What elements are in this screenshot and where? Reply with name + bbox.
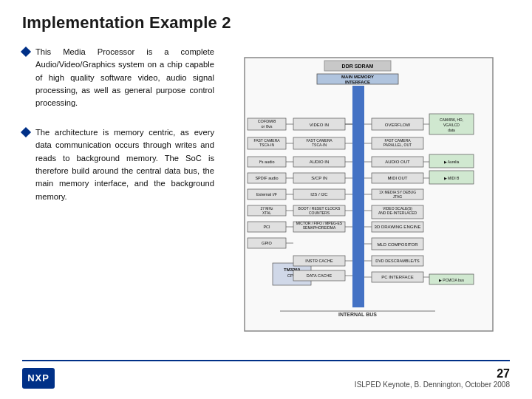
- svg-text:MAIN MEMORY: MAIN MEMORY: [341, 75, 374, 79]
- svg-text:DDR SDRAM: DDR SDRAM: [342, 64, 374, 69]
- bullet-diamond-1: [21, 47, 31, 57]
- svg-text:AUDIO OUT: AUDIO OUT: [385, 160, 410, 164]
- svg-text:TSCA-IN: TSCA-IN: [312, 143, 327, 147]
- svg-text:AUDIO IN: AUDIO IN: [310, 160, 330, 164]
- svg-text:External I/F: External I/F: [256, 192, 278, 197]
- svg-text:or 8vs: or 8vs: [262, 124, 273, 129]
- svg-text:INSTR CACHE: INSTR CACHE: [305, 259, 333, 263]
- slide-citation: ISLPED Keynote, B. Dennington, October 2…: [355, 381, 510, 389]
- svg-text:PCI: PCI: [263, 225, 270, 229]
- svg-text:SEMAPHORE/DMA: SEMAPHORE/DMA: [303, 225, 336, 230]
- svg-text:INTERNAL BUS: INTERNAL BUS: [338, 312, 377, 317]
- svg-text:INTERFACE: INTERFACE: [345, 80, 370, 84]
- nxp-logo-text: NXP: [27, 372, 50, 383]
- svg-text:▶ MIDI B: ▶ MIDI B: [444, 176, 460, 180]
- svg-text:▶ PCMCIA bus: ▶ PCMCIA bus: [439, 278, 465, 282]
- svg-text:COFDM/8: COFDM/8: [258, 119, 276, 123]
- svg-text:VIDEO IN: VIDEO IN: [310, 123, 329, 127]
- bullet-diamond-2: [21, 127, 31, 137]
- svg-text:I2S / I2C: I2S / I2C: [310, 192, 328, 197]
- slide: Implementation Example 2 This Media Proc…: [0, 0, 532, 399]
- svg-text:MLD COMPOSITOR: MLD COMPOSITOR: [377, 242, 418, 247]
- bullet-item-2: The architecture is memory centric, as e…: [22, 126, 214, 203]
- architecture-diagram: DDR SDRAM MAIN MEMORY INTERFACE COFDM/8 …: [243, 56, 494, 344]
- content-area: This Media Processor is a complete Audio…: [22, 46, 510, 354]
- svg-text:▶ Aurelia: ▶ Aurelia: [444, 160, 460, 164]
- svg-text:XTAL: XTAL: [262, 211, 271, 215]
- svg-rect-6: [352, 86, 364, 307]
- svg-text:DATA CACHE: DATA CACHE: [307, 273, 332, 278]
- slide-number: 27: [355, 367, 510, 381]
- svg-text:DVD DESCRAMBLE/TS: DVD DESCRAMBLE/TS: [375, 259, 420, 263]
- svg-text:SPDIF audio: SPDIF audio: [255, 176, 278, 180]
- svg-text:AND DE-INTERLACED: AND DE-INTERLACED: [378, 211, 417, 215]
- svg-text:COUNTERS: COUNTERS: [309, 211, 330, 215]
- bullet-item-1: This Media Processor is a complete Audio…: [22, 46, 214, 110]
- svg-text:OVERFLOW: OVERFLOW: [385, 123, 411, 127]
- text-column: This Media Processor is a complete Audio…: [22, 46, 214, 354]
- bottom-bar: NXP 27 ISLPED Keynote, B. Dennington, Oc…: [22, 360, 510, 389]
- slide-title: Implementation Example 2: [22, 13, 510, 33]
- bullet-text-1: This Media Processor is a complete Audio…: [35, 46, 214, 110]
- svg-text:PARALLEL, OUT: PARALLEL, OUT: [383, 143, 412, 147]
- svg-text:PC INTERFACE: PC INTERFACE: [381, 275, 414, 279]
- svg-text:VGA/LCD: VGA/LCD: [443, 123, 460, 127]
- svg-text:3D DRAWING ENGINE: 3D DRAWING ENGINE: [375, 225, 421, 229]
- slide-footer-right: 27 ISLPED Keynote, B. Dennington, Octobe…: [355, 367, 510, 389]
- svg-text:data: data: [448, 128, 455, 132]
- nxp-logo: NXP: [22, 368, 55, 389]
- svg-text:TSCA-IN: TSCA-IN: [259, 143, 274, 147]
- svg-text:I²s audio: I²s audio: [259, 160, 274, 164]
- svg-text:GPIO: GPIO: [262, 241, 272, 245]
- svg-text:CAM/656, HD,: CAM/656, HD,: [440, 117, 463, 122]
- svg-text:MIDI OUT: MIDI OUT: [388, 176, 408, 180]
- bullet-text-2: The architecture is memory centric, as e…: [35, 126, 214, 203]
- nxp-logo-box: NXP: [22, 368, 55, 389]
- svg-text:S/CP IN: S/CP IN: [311, 176, 327, 180]
- diagram-column: DDR SDRAM MAIN MEMORY INTERFACE COFDM/8 …: [228, 46, 510, 354]
- svg-text:JTAG: JTAG: [393, 194, 403, 199]
